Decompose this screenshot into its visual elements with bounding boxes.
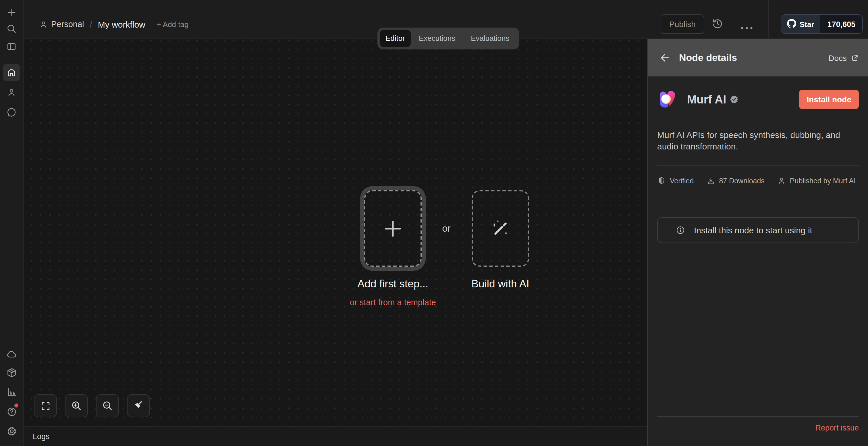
panel-title: Node details: [679, 52, 737, 63]
cloud-icon: [6, 349, 17, 360]
build-with-ai-label: Build with AI: [455, 277, 546, 290]
back-arrow-icon: [659, 52, 671, 64]
gear-icon: [6, 426, 17, 437]
add-first-step-label: Add first step...: [347, 277, 439, 290]
bar-chart-icon: [6, 387, 17, 398]
sidebar-divider: [0, 60, 23, 60]
sidebar-item-help[interactable]: [0, 406, 23, 417]
sidebar-item-chat[interactable]: [0, 108, 23, 118]
node-details-panel: Node details Docs: [647, 39, 868, 446]
package-icon: [6, 367, 17, 378]
zoom-in-button[interactable]: [65, 394, 88, 417]
install-node-button[interactable]: Install node: [799, 90, 859, 109]
publish-button[interactable]: Publish: [661, 14, 704, 34]
node-header-row: Murf AI Install node: [657, 89, 859, 110]
home-icon: [6, 67, 17, 78]
new-workflow-button[interactable]: [0, 7, 23, 18]
sidebar-item-users[interactable]: [0, 87, 23, 98]
tab-editor[interactable]: Editor: [380, 30, 411, 47]
history-icon: [711, 17, 724, 30]
more-options-button[interactable]: [741, 22, 753, 32]
sidebar-item-cloud[interactable]: [0, 349, 23, 360]
toggle-sidebar-button[interactable]: [0, 41, 23, 52]
logs-panel-header[interactable]: Logs: [24, 426, 647, 446]
panel-header: Node details Docs: [648, 39, 868, 77]
panel-footer: Report issue: [657, 416, 859, 446]
ellipsis-icon: [741, 22, 753, 32]
published-meta: Published by Murf AI: [777, 176, 856, 185]
github-star-label: Star: [800, 20, 814, 28]
published-label: Published by Murf AI: [790, 177, 856, 185]
install-hint-box: Install this node to start using it: [657, 217, 859, 243]
zoom-out-button[interactable]: [96, 394, 119, 417]
workflow-canvas[interactable]: or Add first step... Build with AI or st…: [24, 39, 647, 426]
add-tag-button[interactable]: + Add tag: [157, 20, 189, 28]
start-from-template-link[interactable]: or start from a template: [336, 298, 451, 307]
magic-wand-icon: [488, 216, 513, 240]
help-icon: [6, 406, 17, 417]
fit-view-icon: [40, 400, 51, 411]
user-icon: [777, 176, 786, 185]
back-button[interactable]: [659, 52, 671, 64]
breadcrumb-workflow-name[interactable]: My workflow: [98, 19, 145, 29]
history-button[interactable]: [711, 17, 724, 30]
docs-label: Docs: [828, 53, 847, 62]
zoom-out-icon: [102, 400, 113, 412]
report-issue-link[interactable]: Report issue: [815, 424, 859, 446]
tab-executions[interactable]: Executions: [411, 30, 463, 47]
app-window: Personal / My workflow + Add tag Publish…: [0, 0, 868, 446]
or-label: or: [435, 223, 458, 234]
search-icon: [6, 24, 17, 34]
github-icon: [787, 19, 796, 30]
downloads-label: 87 Downloads: [719, 177, 764, 185]
docs-link[interactable]: Docs: [828, 53, 859, 62]
panel-divider: [657, 165, 859, 166]
breadcrumb-separator: /: [90, 19, 92, 29]
tidy-up-button[interactable]: [127, 394, 150, 417]
github-star-widget[interactable]: Star 170,605: [781, 14, 863, 34]
plus-icon: [381, 217, 404, 240]
chat-icon: [6, 108, 17, 118]
fit-view-button[interactable]: [34, 394, 57, 417]
verified-meta: Verified: [657, 176, 694, 185]
tab-evaluations[interactable]: Evaluations: [463, 30, 517, 47]
tidy-up-icon: [133, 399, 144, 413]
sidebar-item-settings[interactable]: [0, 426, 23, 437]
breadcrumb: Personal / My workflow + Add tag: [39, 14, 188, 34]
zoom-in-icon: [71, 400, 82, 412]
plus-icon: [6, 7, 17, 18]
github-star-button[interactable]: Star: [781, 15, 820, 33]
node-meta-row: Verified 87 Downloads Published by Murf …: [657, 176, 859, 185]
verified-label: Verified: [670, 177, 694, 185]
user-icon: [39, 20, 48, 28]
sidebar-item-insights[interactable]: [0, 387, 23, 398]
topbar-divider: [768, 0, 769, 39]
github-star-count[interactable]: 170,605: [820, 15, 863, 33]
sidebar-item-templates[interactable]: [0, 367, 23, 378]
external-link-icon: [851, 54, 859, 62]
install-hint-text: Install this node to start using it: [694, 225, 812, 235]
sidebar: [0, 0, 24, 446]
shield-icon: [657, 176, 666, 185]
node-name: Murf AI: [687, 93, 726, 106]
build-with-ai-button[interactable]: [472, 190, 529, 267]
canvas-controls: [34, 394, 150, 417]
node-description: Murf AI APIs for speech synthesis, dubbi…: [657, 129, 859, 152]
user-icon: [6, 87, 17, 98]
workflow-tabs: Editor Executions Evaluations: [377, 28, 519, 50]
info-icon: [676, 225, 685, 235]
breadcrumb-project[interactable]: Personal: [51, 20, 84, 29]
logs-title: Logs: [33, 432, 50, 441]
murf-ai-logo: [657, 89, 678, 110]
add-first-step-button[interactable]: [364, 190, 422, 267]
sidebar-item-home[interactable]: [3, 64, 20, 81]
download-icon: [706, 176, 715, 185]
downloads-meta: 87 Downloads: [706, 176, 764, 185]
verified-seal-icon: [730, 95, 738, 103]
search-button[interactable]: [0, 24, 23, 34]
panel-body: Murf AI Install node Murf AI APIs for sp…: [648, 89, 868, 243]
panel-left-icon: [6, 41, 17, 52]
notification-dot: [14, 404, 19, 408]
